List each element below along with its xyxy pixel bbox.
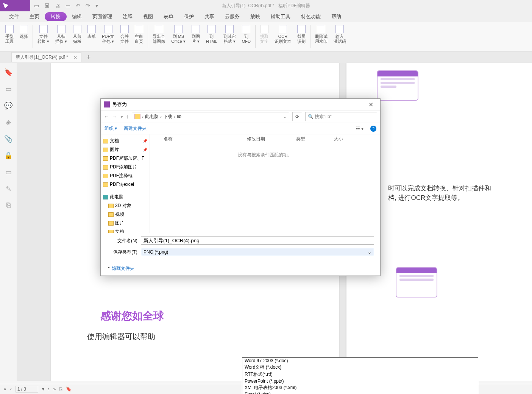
page-indicator[interactable]: 1 / 3 — [16, 386, 38, 392]
tree-item[interactable]: 图片📌 — [102, 145, 148, 154]
dropdown-option[interactable]: PowerPoint (*.pptx) — [242, 378, 478, 384]
filetype-select[interactable]: PNG (*.png) ⌄ — [141, 248, 374, 256]
ribbon-btn-17[interactable]: 截屏识别 — [294, 24, 309, 49]
redo-icon[interactable]: ↷ — [86, 3, 90, 9]
menu-special[interactable]: 特色功能 — [296, 12, 326, 22]
crumb-1[interactable]: 下载 — [163, 114, 172, 120]
crumb-2[interactable]: lib — [177, 114, 181, 119]
new-folder-button[interactable]: 新建文件夹 — [124, 125, 147, 132]
save-icon[interactable]: 🖫 — [44, 3, 50, 9]
col-name[interactable]: 名称 — [164, 136, 247, 142]
ribbon-btn-19[interactable]: 输入激活码 — [331, 24, 349, 49]
search-input[interactable]: 🔍 搜索"lib" — [305, 112, 377, 121]
dropdown-option[interactable]: Word 97-2003 (*.doc) — [242, 358, 478, 364]
filename-input[interactable] — [141, 237, 374, 245]
dropdown-option[interactable]: RTF格式(*.rtf) — [242, 371, 478, 378]
ribbon-btn-11[interactable]: 到图片 ▾ — [189, 24, 203, 49]
bookmark-icon[interactable]: 🔖 — [4, 68, 12, 76]
signature-icon[interactable]: ✎ — [6, 185, 11, 193]
ribbon-btn-5[interactable]: 表单 — [84, 24, 99, 49]
menu-comment[interactable]: 注释 — [117, 12, 138, 22]
print-icon[interactable]: 🖨 — [55, 3, 60, 9]
menu-play[interactable]: 放映 — [245, 12, 265, 22]
undo-icon[interactable]: ↶ — [76, 3, 80, 9]
ribbon-btn-4[interactable]: 从剪贴板 — [70, 24, 84, 49]
menu-access[interactable]: 辅助工具 — [265, 12, 296, 22]
tree-item[interactable]: 图片 — [102, 219, 148, 227]
menu-protect[interactable]: 保护 — [179, 12, 199, 22]
next-page-icon[interactable]: › — [48, 386, 50, 392]
ribbon-btn-6[interactable]: PDF文件包 ▾ — [99, 24, 117, 49]
menu-convert[interactable]: 转换 — [45, 12, 67, 21]
tree-item[interactable]: PDF添加图片 — [102, 163, 148, 171]
document-tab[interactable]: 新人引导(1)_OCR(4).pdf * ✕ — [11, 52, 81, 62]
ribbon-btn-10[interactable]: 到 MSOffice ▾ — [168, 24, 189, 49]
refresh-button[interactable]: ⟳ — [292, 112, 302, 121]
page-dropdown-icon[interactable]: ▾ — [42, 386, 44, 392]
crumb-dropdown-icon[interactable]: ⌄ — [283, 114, 287, 119]
forward-icon[interactable]: → — [112, 114, 117, 120]
menu-file[interactable]: 文件 — [4, 12, 24, 22]
menu-form[interactable]: 表单 — [158, 12, 179, 22]
menu-view[interactable]: 视图 — [138, 12, 158, 22]
ribbon-btn-8[interactable]: 空白白页 — [132, 24, 146, 49]
copy-page-icon[interactable]: ⎘ — [59, 386, 62, 392]
col-date[interactable]: 修改日期 — [247, 136, 296, 142]
ribbon-btn-3[interactable]: 从扫描仪 ▾ — [52, 24, 70, 49]
tree-item[interactable]: 文档 — [102, 227, 148, 233]
security-icon[interactable]: 🔒 — [4, 151, 12, 160]
ribbon-btn-15[interactable]: 提取文字 — [257, 24, 271, 49]
bookmark-sm-icon[interactable]: 🔖 — [66, 386, 72, 392]
view-mode-button[interactable]: ☷ ▾ — [356, 126, 364, 131]
dropdown-option[interactable]: XML电子表格2003 (*.xml) — [242, 384, 478, 391]
first-page-icon[interactable]: « — [4, 386, 6, 392]
col-size[interactable]: 大小 — [334, 136, 343, 142]
tree-item[interactable]: 3D 对象 — [102, 201, 148, 210]
menu-page[interactable]: 页面管理 — [87, 12, 117, 22]
organize-button[interactable]: 组织 ▾ — [105, 125, 117, 132]
crumb-0[interactable]: 此电脑 — [145, 114, 159, 120]
tree-item[interactable]: PDF转excel — [102, 180, 148, 189]
prev-page-icon[interactable]: ‹ — [10, 386, 12, 392]
tree-item[interactable]: 视频 — [102, 210, 148, 219]
menu-home[interactable]: 主页 — [24, 12, 45, 22]
layers-icon[interactable]: ◈ — [6, 118, 11, 126]
recent-icon[interactable]: ▾ — [120, 114, 123, 120]
open-icon[interactable]: ▭ — [34, 3, 39, 9]
dialog-titlebar[interactable]: 另存为 ✕ — [101, 99, 380, 110]
ribbon-btn-7[interactable]: 合并文件 — [117, 24, 132, 49]
help-button[interactable]: ? — [370, 126, 376, 132]
col-type[interactable]: 类型 — [296, 136, 334, 142]
menu-share[interactable]: 共享 — [199, 12, 220, 22]
dialog-close-button[interactable]: ✕ — [365, 100, 377, 109]
ribbon-btn-12[interactable]: 到HTML — [203, 24, 220, 49]
copy-icon[interactable]: ⎘ — [6, 201, 11, 209]
blank-icon[interactable]: ▭ — [66, 3, 70, 9]
menu-help[interactable]: 帮助 — [326, 12, 346, 22]
attachments-icon[interactable]: 📎 — [4, 135, 12, 143]
back-icon[interactable]: ← — [104, 114, 109, 120]
ribbon-btn-18[interactable]: 删除试用水印 — [312, 24, 331, 49]
dropdown-option[interactable]: Excel (*.xlsx) — [242, 391, 478, 394]
ribbon-btn-16[interactable]: OCR识别文本 — [271, 24, 294, 49]
blank-panel-icon[interactable]: ▭ — [5, 168, 12, 176]
tree-item[interactable]: 此电脑 — [102, 193, 148, 201]
close-tab-icon[interactable]: ✕ — [73, 55, 77, 60]
ribbon-btn-13[interactable]: 到其它格式 ▾ — [220, 24, 239, 49]
ribbon-btn-2[interactable]: 文件转换 ▾ — [34, 24, 52, 49]
ribbon-btn-1[interactable]: 选择 — [17, 24, 31, 49]
menu-cloud[interactable]: 云服务 — [220, 12, 245, 22]
more-icon[interactable]: ▾ — [95, 3, 98, 9]
last-page-icon[interactable]: » — [53, 386, 56, 392]
comments-icon[interactable]: 💬 — [4, 101, 12, 110]
tree-item[interactable]: PDF注释框 — [102, 171, 148, 180]
ribbon-btn-14[interactable]: 到OFD — [239, 24, 254, 49]
tree-item[interactable]: 文档📌 — [102, 137, 148, 145]
expand-icon[interactable]: ⌃ — [107, 266, 111, 271]
dropdown-option[interactable]: Word文档 (*.docx) — [242, 364, 478, 371]
menu-edit[interactable]: 编辑 — [67, 12, 87, 22]
breadcrumb[interactable]: › 此电脑 › 下载 › lib ⌄ — [132, 112, 289, 121]
new-tab-button[interactable]: + — [87, 53, 91, 61]
up-icon[interactable]: ↑ — [126, 114, 129, 120]
ribbon-btn-0[interactable]: 手型工具 — [2, 24, 17, 49]
